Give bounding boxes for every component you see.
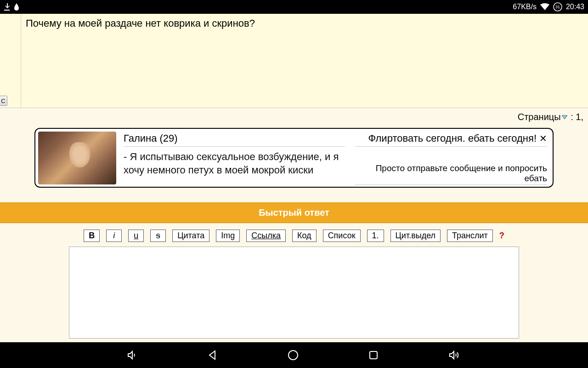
underline-button[interactable]: u xyxy=(128,230,144,242)
ad-container: Галина (29) - Я испытываю сексуальное во… xyxy=(0,125,588,192)
pagination-numbers[interactable]: 1, xyxy=(576,112,583,122)
reply-textarea[interactable] xyxy=(69,247,519,339)
ad-body: - Я испытываю сексуальное возбуждение, и… xyxy=(124,150,345,177)
svg-rect-2 xyxy=(370,351,377,359)
android-nav-bar xyxy=(0,342,588,368)
close-icon[interactable]: ✕ xyxy=(539,133,547,144)
recent-apps-icon[interactable] xyxy=(368,349,379,361)
help-link[interactable]: ? xyxy=(499,231,504,241)
strike-button[interactable]: s xyxy=(150,230,166,242)
ad-headline: Флиртовать сегодня. ебать сегодня!✕ xyxy=(355,132,547,147)
svg-point-1 xyxy=(288,351,298,360)
home-icon[interactable] xyxy=(287,349,299,361)
editor-toolbar: B i u s Цитата Img Ссылка Код Список 1. … xyxy=(0,223,588,246)
android-status-bar: 67KB/s 31 20:43 xyxy=(0,0,588,14)
pagination-colon: : xyxy=(568,112,576,122)
back-icon[interactable] xyxy=(207,349,219,361)
ad-subtext: Просто отправьте сообщение и попросить е… xyxy=(355,163,547,185)
dropdown-icon[interactable] xyxy=(561,115,568,120)
post-sidebar: C xyxy=(0,14,21,108)
img-button[interactable]: Img xyxy=(216,230,240,242)
cite-select-button[interactable]: Цит.выдел xyxy=(390,230,441,242)
code-button[interactable]: Код xyxy=(292,230,317,242)
translit-button[interactable]: Транслит xyxy=(447,230,493,242)
date-badge-icon: 31 xyxy=(553,2,562,12)
network-speed: 67KB/s xyxy=(513,3,537,11)
ad-box[interactable]: Галина (29) - Я испытываю сексуальное во… xyxy=(34,128,554,188)
pagination: Страницы : 1, xyxy=(0,108,588,125)
volume-down-icon[interactable] xyxy=(126,349,138,361)
post-content: Почему на моей раздаче нет коврика и скр… xyxy=(21,14,588,108)
link-button[interactable]: Ссылка xyxy=(246,230,286,242)
c-button[interactable]: C xyxy=(0,96,7,106)
pagination-label: Страницы xyxy=(518,112,561,122)
bold-button[interactable]: B xyxy=(84,230,100,242)
ad-text-right: Флиртовать сегодня. ебать сегодня!✕ Прос… xyxy=(352,132,550,184)
ad-name: Галина (29) xyxy=(124,132,345,147)
quick-reply-header: Быстрый ответ xyxy=(0,202,588,223)
list-button[interactable]: Список xyxy=(323,230,361,242)
download-icon xyxy=(4,3,10,11)
status-left xyxy=(4,3,19,11)
ad-text-left: Галина (29) - Я испытываю сексуальное во… xyxy=(121,132,348,184)
ad-headline-text: Флиртовать сегодня. ебать сегодня! xyxy=(368,132,537,144)
numbered-list-button[interactable]: 1. xyxy=(367,230,384,242)
volume-up-icon[interactable] xyxy=(448,349,462,361)
droplet-icon xyxy=(14,3,19,11)
ad-avatar xyxy=(38,132,116,184)
wifi-icon xyxy=(540,3,549,11)
italic-button[interactable]: i xyxy=(106,230,122,242)
status-right: 67KB/s 31 20:43 xyxy=(513,2,584,12)
reply-textarea-wrap xyxy=(0,246,588,340)
status-time: 20:43 xyxy=(566,3,584,11)
post-area: C Почему на моей раздаче нет коврика и с… xyxy=(0,14,588,108)
quote-button[interactable]: Цитата xyxy=(172,230,209,242)
